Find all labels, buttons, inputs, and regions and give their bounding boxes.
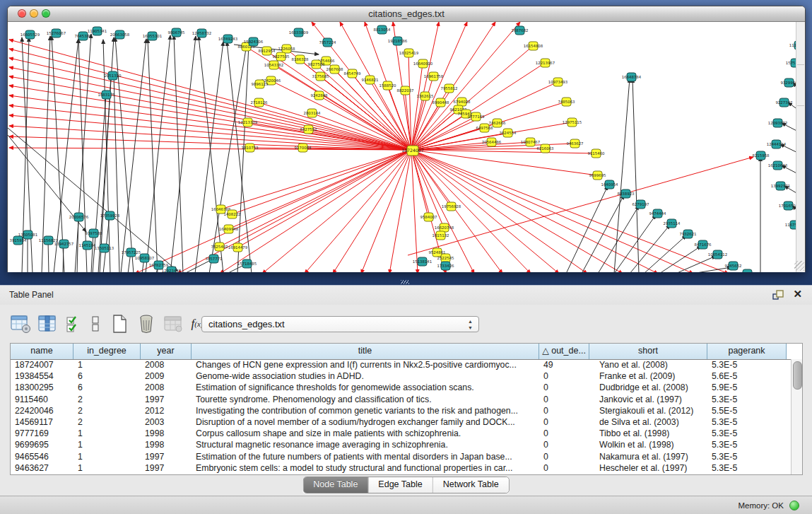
network-scrollbar[interactable] (796, 22, 805, 272)
graph-node[interactable]: 16033809 (289, 28, 309, 37)
graph-node[interactable]: 16648784 (622, 73, 642, 81)
float-panel-icon[interactable] (772, 290, 784, 300)
graph-node[interactable]: 2687682 (511, 26, 528, 35)
graph-node[interactable]: 1145194 (78, 241, 96, 250)
graph-node[interactable]: 12458732 (192, 29, 211, 37)
tab-node-table[interactable]: Node Table (303, 477, 368, 493)
panel-split-grip[interactable] (401, 280, 409, 284)
graph-node[interactable]: 12923448 (162, 267, 182, 272)
graph-node[interactable]: 8215958 (752, 151, 770, 160)
graph-node[interactable]: 8471676 (694, 240, 712, 249)
table-body[interactable]: 1872400712008Changes of HCN gene express… (11, 359, 791, 474)
column-header-short[interactable]: short (589, 344, 707, 359)
graph-node[interactable]: 20663058 (110, 30, 130, 39)
table-row[interactable]: 911546021997Tourette syndrome. Phenomeno… (11, 394, 791, 405)
select-all-check-button[interactable] (62, 312, 86, 336)
graph-node[interactable]: 9827505 (272, 52, 289, 61)
table-row[interactable]: 977716911998Corpus callosum shape and si… (11, 428, 791, 439)
graph-node[interactable]: 16210643 (768, 161, 787, 170)
column-header-year[interactable]: year (141, 344, 192, 359)
graph-node[interactable]: 10654112 (708, 250, 727, 259)
graph-node[interactable]: 1929456 (739, 269, 756, 272)
graph-node[interactable]: 16605529 (20, 30, 40, 39)
graph-node[interactable]: 19218586 (388, 37, 408, 45)
graph-node[interactable]: 8454749 (343, 69, 361, 78)
graph-node[interactable]: 13505113 (95, 244, 114, 252)
column-header-name[interactable]: name (11, 344, 73, 359)
close-panel-icon[interactable]: ✕ (793, 288, 802, 300)
window-titlebar[interactable]: citations_edges.txt (8, 6, 805, 22)
graph-node[interactable]: 9146821 (361, 76, 378, 84)
graph-node[interactable]: 12975115 (563, 118, 582, 127)
graph-node[interactable]: 9245652 (724, 262, 741, 270)
graph-node[interactable]: 8938923 (617, 189, 634, 198)
graph-node[interactable]: 12444134 (767, 140, 787, 148)
column-header-title[interactable]: title (192, 344, 539, 359)
graph-node[interactable]: 8813054 (373, 25, 391, 34)
column-header-in_degree[interactable]: in_degree (73, 344, 141, 359)
graph-node[interactable]: 6794028 (453, 98, 471, 106)
graph-node[interactable]: 1640954 (601, 180, 618, 189)
graph-node[interactable]: 7485063 (558, 98, 575, 106)
tab-edge-table[interactable]: Edge Table (368, 477, 433, 493)
graph-node[interactable]: 7932621 (679, 230, 696, 238)
graph-node[interactable]: 9699695 (589, 171, 606, 180)
graph-node[interactable]: 1683175 (98, 90, 114, 99)
tab-network-table[interactable]: Network Table (433, 477, 509, 493)
table-row[interactable]: 2242004622012Investigating the contribut… (11, 405, 791, 416)
graph-node[interactable]: 2935114 (663, 219, 681, 228)
graph-node[interactable]: 8822037 (396, 86, 413, 95)
column-header-out_de[interactable]: △ out_de... (539, 344, 589, 359)
graph-node[interactable]: 9242848 (310, 91, 328, 100)
new-table-button[interactable] (107, 312, 131, 336)
graph-node[interactable]: 12213339 (238, 118, 258, 127)
graph-node[interactable]: 9474444 (649, 209, 666, 218)
graph-node[interactable]: 16620748 (435, 223, 454, 232)
graph-node[interactable]: 10958107 (135, 254, 154, 262)
table-selector-dropdown[interactable]: citations_edges.txt ▲▼ (201, 316, 479, 332)
table-settings-button[interactable] (8, 312, 33, 336)
graph-node[interactable]: 16640910 (413, 59, 433, 68)
table-row[interactable]: 1872400712008Changes of HCN gene express… (11, 359, 791, 370)
graph-node[interactable]: 9463627 (566, 139, 583, 148)
column-header-pagerank[interactable]: pagerank (707, 344, 787, 359)
graph-node[interactable]: 15751874 (786, 59, 796, 67)
graph-node[interactable]: 8186328 (291, 55, 309, 64)
table-row[interactable]: 1456911722003Disruption of a novel membe… (11, 416, 791, 428)
graph-node[interactable]: 16055301 (143, 32, 162, 40)
graph-node[interactable]: 18325419 (399, 49, 419, 57)
graph-node[interactable]: 1733426 (437, 262, 454, 270)
graph-node[interactable]: 16749243 (218, 35, 237, 43)
table-scrollbar[interactable] (791, 359, 802, 474)
graph-node[interactable]: 9170084 (294, 144, 312, 152)
graph-node[interactable]: 13992971 (771, 182, 790, 190)
graph-node[interactable]: 16914479 (228, 243, 248, 252)
graph-node[interactable]: 8990448 (432, 98, 449, 107)
graph-node[interactable]: 15276067 (47, 29, 66, 37)
graph-node[interactable]: 3624554 (499, 129, 517, 137)
graph-node[interactable]: 9584007 (420, 213, 437, 221)
graph-node[interactable]: 6216063 (536, 144, 553, 153)
window-resize-grip[interactable] (794, 261, 804, 271)
graph-node[interactable]: 9227342 (775, 98, 792, 107)
graph-node[interactable]: 2051310 (104, 71, 122, 80)
table-row[interactable]: 1938455462009Genome-wide association stu… (11, 370, 791, 382)
graph-node[interactable]: 1362615 (416, 92, 433, 100)
table-row[interactable]: 946554611997Estimation of the future num… (11, 451, 791, 462)
graph-node[interactable]: 2803144 (303, 109, 321, 117)
table-row[interactable]: 1830029562008Estimation of significance … (11, 382, 791, 393)
row-height-button[interactable] (83, 312, 107, 336)
graph-node[interactable]: 19756928 (442, 202, 461, 211)
delete-table-button[interactable] (134, 312, 158, 336)
table-row[interactable]: 946362711997Embryonic stem cells: a mode… (11, 462, 791, 474)
graph-node[interactable]: 7955812 (440, 84, 457, 93)
graph-node[interactable]: 15138141 (413, 257, 432, 266)
graph-node[interactable]: 9115460 (587, 149, 605, 158)
graph-node[interactable]: 17016504 (779, 201, 796, 210)
graph-node[interactable]: 16154808 (524, 42, 543, 50)
graph-node[interactable]: 2667608 (326, 65, 343, 74)
graph-node[interactable]: 9397588 (85, 229, 102, 238)
network-canvas[interactable]: 8860123891295412260589827505818632817546… (8, 22, 796, 272)
table-scrollbar-thumb[interactable] (793, 361, 802, 390)
graph-node[interactable]: 9329966 (780, 78, 796, 87)
